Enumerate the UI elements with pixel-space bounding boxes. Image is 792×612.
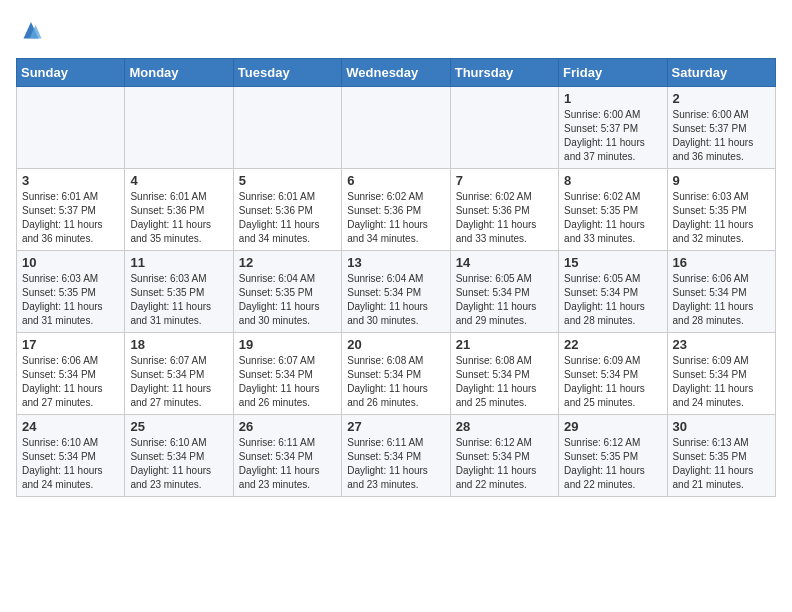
day-number: 4 — [130, 173, 227, 188]
calendar-body: 1Sunrise: 6:00 AM Sunset: 5:37 PM Daylig… — [17, 87, 776, 497]
day-number: 20 — [347, 337, 444, 352]
day-number: 13 — [347, 255, 444, 270]
calendar-cell: 29Sunrise: 6:12 AM Sunset: 5:35 PM Dayli… — [559, 415, 667, 497]
calendar-cell: 22Sunrise: 6:09 AM Sunset: 5:34 PM Dayli… — [559, 333, 667, 415]
day-number: 21 — [456, 337, 553, 352]
calendar-cell — [342, 87, 450, 169]
calendar-cell: 13Sunrise: 6:04 AM Sunset: 5:34 PM Dayli… — [342, 251, 450, 333]
calendar-cell: 5Sunrise: 6:01 AM Sunset: 5:36 PM Daylig… — [233, 169, 341, 251]
logo-icon — [16, 16, 46, 46]
day-info: Sunrise: 6:11 AM Sunset: 5:34 PM Dayligh… — [347, 436, 444, 492]
calendar-cell: 11Sunrise: 6:03 AM Sunset: 5:35 PM Dayli… — [125, 251, 233, 333]
day-number: 10 — [22, 255, 119, 270]
calendar-cell: 9Sunrise: 6:03 AM Sunset: 5:35 PM Daylig… — [667, 169, 775, 251]
weekday-header: Friday — [559, 59, 667, 87]
calendar-cell: 26Sunrise: 6:11 AM Sunset: 5:34 PM Dayli… — [233, 415, 341, 497]
day-number: 7 — [456, 173, 553, 188]
day-number: 30 — [673, 419, 770, 434]
day-number: 5 — [239, 173, 336, 188]
calendar-cell: 7Sunrise: 6:02 AM Sunset: 5:36 PM Daylig… — [450, 169, 558, 251]
weekday-header: Tuesday — [233, 59, 341, 87]
calendar-cell: 12Sunrise: 6:04 AM Sunset: 5:35 PM Dayli… — [233, 251, 341, 333]
calendar-cell — [233, 87, 341, 169]
calendar-cell: 18Sunrise: 6:07 AM Sunset: 5:34 PM Dayli… — [125, 333, 233, 415]
calendar-cell: 23Sunrise: 6:09 AM Sunset: 5:34 PM Dayli… — [667, 333, 775, 415]
calendar-cell: 6Sunrise: 6:02 AM Sunset: 5:36 PM Daylig… — [342, 169, 450, 251]
day-info: Sunrise: 6:04 AM Sunset: 5:35 PM Dayligh… — [239, 272, 336, 328]
calendar-cell: 19Sunrise: 6:07 AM Sunset: 5:34 PM Dayli… — [233, 333, 341, 415]
page-header — [16, 16, 776, 46]
day-number: 2 — [673, 91, 770, 106]
calendar-cell: 3Sunrise: 6:01 AM Sunset: 5:37 PM Daylig… — [17, 169, 125, 251]
calendar-week-row: 24Sunrise: 6:10 AM Sunset: 5:34 PM Dayli… — [17, 415, 776, 497]
day-number: 6 — [347, 173, 444, 188]
day-info: Sunrise: 6:07 AM Sunset: 5:34 PM Dayligh… — [239, 354, 336, 410]
day-info: Sunrise: 6:02 AM Sunset: 5:36 PM Dayligh… — [456, 190, 553, 246]
day-number: 3 — [22, 173, 119, 188]
day-info: Sunrise: 6:11 AM Sunset: 5:34 PM Dayligh… — [239, 436, 336, 492]
calendar-cell: 4Sunrise: 6:01 AM Sunset: 5:36 PM Daylig… — [125, 169, 233, 251]
day-number: 1 — [564, 91, 661, 106]
day-info: Sunrise: 6:08 AM Sunset: 5:34 PM Dayligh… — [347, 354, 444, 410]
day-number: 12 — [239, 255, 336, 270]
day-number: 14 — [456, 255, 553, 270]
day-info: Sunrise: 6:08 AM Sunset: 5:34 PM Dayligh… — [456, 354, 553, 410]
day-number: 29 — [564, 419, 661, 434]
day-info: Sunrise: 6:04 AM Sunset: 5:34 PM Dayligh… — [347, 272, 444, 328]
calendar-cell: 25Sunrise: 6:10 AM Sunset: 5:34 PM Dayli… — [125, 415, 233, 497]
calendar: SundayMondayTuesdayWednesdayThursdayFrid… — [16, 58, 776, 497]
day-info: Sunrise: 6:10 AM Sunset: 5:34 PM Dayligh… — [130, 436, 227, 492]
day-info: Sunrise: 6:05 AM Sunset: 5:34 PM Dayligh… — [564, 272, 661, 328]
calendar-cell — [450, 87, 558, 169]
day-number: 16 — [673, 255, 770, 270]
day-info: Sunrise: 6:02 AM Sunset: 5:36 PM Dayligh… — [347, 190, 444, 246]
day-info: Sunrise: 6:01 AM Sunset: 5:36 PM Dayligh… — [239, 190, 336, 246]
day-number: 24 — [22, 419, 119, 434]
day-number: 28 — [456, 419, 553, 434]
weekday-header: Wednesday — [342, 59, 450, 87]
calendar-cell — [125, 87, 233, 169]
day-info: Sunrise: 6:03 AM Sunset: 5:35 PM Dayligh… — [22, 272, 119, 328]
day-number: 18 — [130, 337, 227, 352]
calendar-header: SundayMondayTuesdayWednesdayThursdayFrid… — [17, 59, 776, 87]
calendar-week-row: 3Sunrise: 6:01 AM Sunset: 5:37 PM Daylig… — [17, 169, 776, 251]
weekday-header: Sunday — [17, 59, 125, 87]
day-info: Sunrise: 6:10 AM Sunset: 5:34 PM Dayligh… — [22, 436, 119, 492]
calendar-week-row: 10Sunrise: 6:03 AM Sunset: 5:35 PM Dayli… — [17, 251, 776, 333]
day-number: 23 — [673, 337, 770, 352]
day-info: Sunrise: 6:09 AM Sunset: 5:34 PM Dayligh… — [673, 354, 770, 410]
weekday-header: Saturday — [667, 59, 775, 87]
calendar-cell: 28Sunrise: 6:12 AM Sunset: 5:34 PM Dayli… — [450, 415, 558, 497]
calendar-cell: 21Sunrise: 6:08 AM Sunset: 5:34 PM Dayli… — [450, 333, 558, 415]
calendar-cell: 10Sunrise: 6:03 AM Sunset: 5:35 PM Dayli… — [17, 251, 125, 333]
calendar-cell — [17, 87, 125, 169]
day-number: 19 — [239, 337, 336, 352]
day-number: 15 — [564, 255, 661, 270]
day-info: Sunrise: 6:05 AM Sunset: 5:34 PM Dayligh… — [456, 272, 553, 328]
day-info: Sunrise: 6:00 AM Sunset: 5:37 PM Dayligh… — [673, 108, 770, 164]
calendar-week-row: 17Sunrise: 6:06 AM Sunset: 5:34 PM Dayli… — [17, 333, 776, 415]
calendar-cell: 14Sunrise: 6:05 AM Sunset: 5:34 PM Dayli… — [450, 251, 558, 333]
day-info: Sunrise: 6:13 AM Sunset: 5:35 PM Dayligh… — [673, 436, 770, 492]
day-number: 27 — [347, 419, 444, 434]
calendar-cell: 16Sunrise: 6:06 AM Sunset: 5:34 PM Dayli… — [667, 251, 775, 333]
calendar-cell: 1Sunrise: 6:00 AM Sunset: 5:37 PM Daylig… — [559, 87, 667, 169]
day-info: Sunrise: 6:12 AM Sunset: 5:34 PM Dayligh… — [456, 436, 553, 492]
day-number: 8 — [564, 173, 661, 188]
calendar-cell: 2Sunrise: 6:00 AM Sunset: 5:37 PM Daylig… — [667, 87, 775, 169]
day-info: Sunrise: 6:02 AM Sunset: 5:35 PM Dayligh… — [564, 190, 661, 246]
day-info: Sunrise: 6:01 AM Sunset: 5:37 PM Dayligh… — [22, 190, 119, 246]
day-info: Sunrise: 6:00 AM Sunset: 5:37 PM Dayligh… — [564, 108, 661, 164]
day-info: Sunrise: 6:06 AM Sunset: 5:34 PM Dayligh… — [22, 354, 119, 410]
day-info: Sunrise: 6:06 AM Sunset: 5:34 PM Dayligh… — [673, 272, 770, 328]
day-info: Sunrise: 6:03 AM Sunset: 5:35 PM Dayligh… — [673, 190, 770, 246]
weekday-header: Monday — [125, 59, 233, 87]
calendar-week-row: 1Sunrise: 6:00 AM Sunset: 5:37 PM Daylig… — [17, 87, 776, 169]
calendar-cell: 20Sunrise: 6:08 AM Sunset: 5:34 PM Dayli… — [342, 333, 450, 415]
day-info: Sunrise: 6:03 AM Sunset: 5:35 PM Dayligh… — [130, 272, 227, 328]
day-number: 17 — [22, 337, 119, 352]
logo — [16, 16, 50, 46]
weekday-row: SundayMondayTuesdayWednesdayThursdayFrid… — [17, 59, 776, 87]
day-info: Sunrise: 6:01 AM Sunset: 5:36 PM Dayligh… — [130, 190, 227, 246]
day-number: 22 — [564, 337, 661, 352]
